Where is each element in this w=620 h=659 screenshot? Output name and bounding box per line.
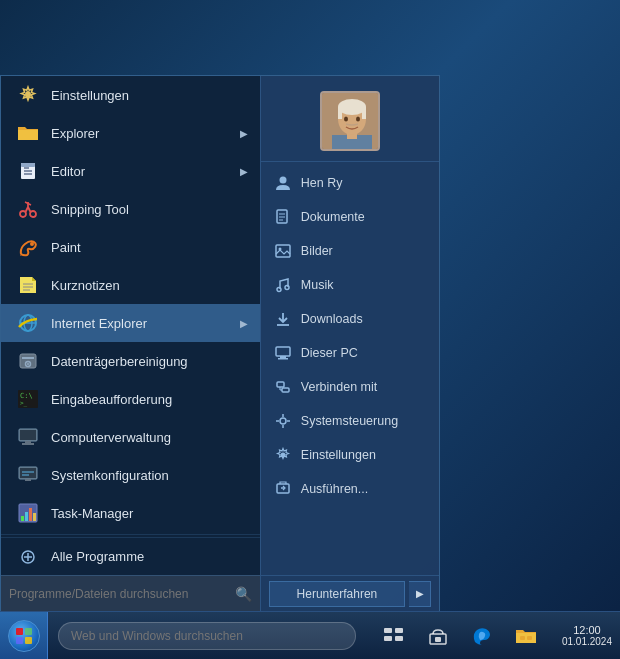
disk-icon bbox=[13, 346, 43, 376]
taskview-button[interactable] bbox=[374, 616, 414, 656]
taskbar-icons bbox=[366, 616, 554, 656]
menu-item-systemkonfig[interactable]: Systemkonfiguration bbox=[1, 456, 260, 494]
shutdown-label: Herunterfahren bbox=[297, 587, 378, 601]
right-item-user[interactable]: Hen Ry bbox=[261, 166, 439, 200]
start-orb bbox=[8, 620, 40, 652]
right-item-musik[interactable]: Musik bbox=[261, 268, 439, 302]
svg-rect-38 bbox=[25, 512, 28, 521]
shutdown-button[interactable]: Herunterfahren bbox=[269, 581, 405, 607]
right-footer: Herunterfahren ▶ bbox=[261, 575, 439, 611]
svg-point-48 bbox=[338, 99, 366, 115]
taskman-icon bbox=[13, 498, 43, 528]
bilder-label: Bilder bbox=[301, 244, 333, 258]
connect-icon bbox=[273, 377, 293, 397]
right-item-dokumente[interactable]: Dokumente bbox=[261, 200, 439, 234]
svg-point-53 bbox=[279, 177, 286, 184]
file-explorer-button[interactable] bbox=[506, 616, 546, 656]
svg-rect-58 bbox=[276, 245, 290, 257]
menu-item-computerverwaltung[interactable]: Computerverwaltung bbox=[1, 418, 260, 456]
computer-icon bbox=[273, 343, 293, 363]
store-button[interactable] bbox=[418, 616, 458, 656]
svg-point-70 bbox=[280, 418, 286, 424]
dokumente-label: Dokumente bbox=[301, 210, 365, 224]
svg-rect-85 bbox=[527, 636, 532, 640]
einstellungen-label: Einstellungen bbox=[51, 88, 248, 103]
svg-rect-67 bbox=[282, 388, 289, 392]
search-input[interactable] bbox=[9, 587, 235, 601]
svg-rect-63 bbox=[276, 347, 290, 356]
user-avatar[interactable] bbox=[320, 91, 380, 151]
paint-icon bbox=[13, 232, 43, 262]
svg-line-10 bbox=[28, 207, 31, 212]
taskbar-search-input[interactable] bbox=[58, 622, 356, 650]
svg-point-8 bbox=[30, 211, 36, 217]
svg-rect-32 bbox=[20, 468, 36, 478]
svg-point-52 bbox=[356, 117, 360, 122]
ie-icon bbox=[13, 308, 43, 338]
editor-icon bbox=[13, 156, 43, 186]
computerverwaltung-label: Computerverwaltung bbox=[51, 430, 248, 445]
edge-icon bbox=[471, 625, 493, 647]
taskbar-search-area bbox=[48, 612, 366, 660]
sysconf-icon bbox=[13, 460, 43, 490]
svg-rect-65 bbox=[278, 358, 288, 360]
svg-rect-84 bbox=[520, 636, 525, 640]
settings-icon bbox=[273, 445, 293, 465]
right-panel: Hen Ry Dokumente Bilder bbox=[260, 76, 439, 611]
user-section bbox=[261, 76, 439, 162]
svg-rect-39 bbox=[29, 508, 32, 521]
menu-item-datentraeger[interactable]: Datenträgerbereinigung bbox=[1, 342, 260, 380]
menu-item-editor[interactable]: Editor ▶ bbox=[1, 152, 260, 190]
menu-item-einstellungen[interactable]: Einstellungen bbox=[1, 76, 260, 114]
menu-item-paint[interactable]: Paint bbox=[1, 228, 260, 266]
svg-point-23 bbox=[27, 363, 29, 365]
right-items-list: Hen Ry Dokumente Bilder bbox=[261, 162, 439, 575]
menu-item-taskmanager[interactable]: Task-Manager bbox=[1, 494, 260, 532]
taskview-icon bbox=[384, 628, 404, 644]
svg-rect-29 bbox=[25, 441, 31, 443]
right-item-dieser-pc[interactable]: Dieser PC bbox=[261, 336, 439, 370]
right-item-systemsteuerung[interactable]: Systemsteuerung bbox=[261, 404, 439, 438]
explorer-label: Explorer bbox=[51, 126, 240, 141]
svg-rect-80 bbox=[16, 637, 23, 644]
start-button[interactable] bbox=[0, 612, 48, 660]
svg-text:>_: >_ bbox=[20, 399, 28, 407]
desktop: Einstellungen Explorer ▶ Editor ▶ bbox=[0, 0, 620, 659]
einstellungen2-label: Einstellungen bbox=[301, 448, 376, 462]
svg-point-61 bbox=[285, 286, 289, 290]
dieser-pc-label: Dieser PC bbox=[301, 346, 358, 360]
store-icon bbox=[428, 626, 448, 646]
menu-item-ie[interactable]: Internet Explorer ▶ bbox=[1, 304, 260, 342]
right-item-verbinden[interactable]: Verbinden mit bbox=[261, 370, 439, 404]
username-label: Hen Ry bbox=[301, 176, 343, 190]
all-programs-label: Alle Programme bbox=[51, 549, 248, 564]
computer-mgmt-icon bbox=[13, 422, 43, 452]
svg-rect-21 bbox=[22, 357, 34, 359]
search-button-icon[interactable]: 🔍 bbox=[235, 586, 252, 602]
menu-item-all-programs[interactable]: Alle Programme bbox=[1, 537, 260, 575]
menu-item-explorer[interactable]: Explorer ▶ bbox=[1, 114, 260, 152]
downloads-label: Downloads bbox=[301, 312, 363, 326]
run-icon bbox=[273, 479, 293, 499]
download-icon bbox=[273, 309, 293, 329]
search-bar: 🔍 bbox=[1, 575, 260, 611]
paint-label: Paint bbox=[51, 240, 248, 255]
right-item-ausfuehren[interactable]: Ausführen... bbox=[261, 472, 439, 506]
right-item-einstellungen2[interactable]: Einstellungen bbox=[261, 438, 439, 472]
system-clock[interactable]: 12:00 01.01.2024 bbox=[554, 624, 620, 647]
systemkonfig-label: Systemkonfiguration bbox=[51, 468, 248, 483]
right-item-downloads[interactable]: Downloads bbox=[261, 302, 439, 336]
menu-item-snipping[interactable]: Snipping Tool bbox=[1, 190, 260, 228]
menu-item-kurznotizen[interactable]: Kurznotizen bbox=[1, 266, 260, 304]
edge-button[interactable] bbox=[462, 616, 502, 656]
svg-point-51 bbox=[344, 117, 348, 122]
menu-item-eingabe[interactable]: C:\>_ Eingabeaufforderung bbox=[1, 380, 260, 418]
right-item-bilder[interactable]: Bilder bbox=[261, 234, 439, 268]
svg-rect-28 bbox=[20, 430, 36, 440]
file-explorer-icon bbox=[515, 626, 537, 646]
svg-rect-3 bbox=[21, 163, 35, 167]
svg-rect-37 bbox=[21, 516, 24, 521]
svg-rect-78 bbox=[16, 628, 23, 635]
shutdown-arrow-button[interactable]: ▶ bbox=[409, 581, 431, 607]
start-menu: Einstellungen Explorer ▶ Editor ▶ bbox=[0, 75, 440, 611]
